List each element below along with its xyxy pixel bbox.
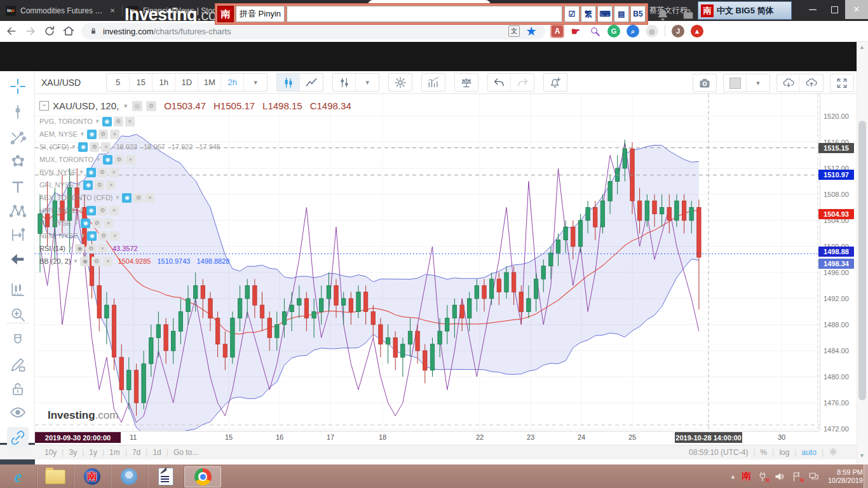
legend-eye-icon[interactable]: ◎ <box>132 101 142 111</box>
bookmark-star-icon[interactable]: ★ <box>525 25 538 37</box>
remove-icon[interactable]: × <box>110 130 119 139</box>
fullscreen-icon[interactable] <box>831 74 853 92</box>
compare-caret-icon[interactable]: ▼ <box>356 74 379 91</box>
bar-ruler-icon[interactable] <box>9 281 27 299</box>
taskbar-file-explorer[interactable] <box>37 466 74 487</box>
gear-icon[interactable]: ⚙ <box>92 257 101 266</box>
indicators-icon[interactable] <box>422 74 445 91</box>
hide-eye-icon[interactable] <box>9 403 27 421</box>
timeframe-1M[interactable]: 1M <box>198 74 221 91</box>
gear-icon[interactable]: ⚙ <box>86 244 96 254</box>
magnet-icon[interactable] <box>9 332 27 349</box>
portfolio-icon[interactable] <box>681 8 695 22</box>
timeframe-1D[interactable]: 1D <box>175 74 198 91</box>
back-icon[interactable] <box>5 25 18 37</box>
taskbar-openoffice[interactable] <box>147 466 184 487</box>
taskbar-chrome-active[interactable] <box>184 466 221 487</box>
blue-search-icon[interactable]: ⌕ <box>627 25 639 37</box>
remove-icon[interactable]: × <box>106 180 116 190</box>
legend-row-caret-icon[interactable]: ▼ <box>115 194 121 201</box>
trendline-icon[interactable] <box>9 103 27 121</box>
gear-icon[interactable]: ⚙ <box>114 155 124 165</box>
xabcd-pattern-icon[interactable] <box>9 202 27 220</box>
gear-icon[interactable]: ⚙ <box>95 180 104 190</box>
legend-row-caret-icon[interactable]: ▼ <box>79 207 85 214</box>
remove-icon[interactable]: × <box>104 219 113 228</box>
timeframe-caret-icon[interactable]: ▼ <box>244 74 267 91</box>
gear-icon[interactable]: ⚙ <box>98 130 108 139</box>
scroll-down-icon[interactable]: ▼ <box>859 452 865 459</box>
gear-icon[interactable]: ⚙ <box>90 142 99 152</box>
pinyin-input[interactable] <box>287 6 562 22</box>
crosshair-icon[interactable] <box>9 78 27 95</box>
taskbar-clock[interactable]: 8:59 PM 10/28/2019 <box>828 468 863 485</box>
legend-row-caret-icon[interactable]: ▼ <box>76 182 81 188</box>
legend-row-caret-icon[interactable]: ▼ <box>67 245 73 252</box>
legend-caret-icon[interactable]: ▼ <box>123 103 128 109</box>
legend-gear-icon[interactable]: ⚙ <box>146 101 156 111</box>
compare-icon[interactable] <box>333 74 356 91</box>
legend-row-caret-icon[interactable]: ▼ <box>80 233 86 239</box>
text-tool-icon[interactable] <box>9 178 27 196</box>
njstar-tray-icon[interactable]: 南 <box>742 470 751 482</box>
taskbar-chromium[interactable] <box>111 466 147 487</box>
home-icon[interactable] <box>62 25 75 37</box>
ime-button-3[interactable]: ▤ <box>614 6 629 22</box>
timeframe-1h[interactable]: 1h <box>153 74 175 91</box>
gear-icon[interactable]: ⚙ <box>98 206 107 215</box>
remove-icon[interactable]: × <box>109 206 119 215</box>
eye-icon[interactable]: ◉ <box>87 231 97 241</box>
symbol-label[interactable]: XAU/USD <box>41 78 81 88</box>
range-1y[interactable]: 1y <box>89 448 97 457</box>
grammarly-icon[interactable]: G <box>607 25 620 37</box>
eye-icon[interactable]: ◉ <box>78 142 88 152</box>
timeframe-2h[interactable]: 2h <box>221 74 244 91</box>
timeframe-15[interactable]: 15 <box>130 74 153 91</box>
eye-icon[interactable]: ◉ <box>122 193 132 203</box>
camera-icon[interactable] <box>693 74 716 92</box>
range-3y[interactable]: 3y <box>69 448 77 457</box>
eye-icon[interactable]: ◉ <box>102 117 112 126</box>
network-icon[interactable] <box>808 471 820 482</box>
line-chart-icon[interactable] <box>300 74 323 91</box>
eye-icon[interactable]: ◉ <box>81 219 90 228</box>
scrollbar-thumb[interactable] <box>858 121 866 400</box>
volume-icon[interactable] <box>774 471 785 482</box>
pinyin-ime-bar[interactable]: 南 拼音 Pinyin ☑繁⌨▤B5 <box>215 3 648 25</box>
remove-icon[interactable]: × <box>109 168 119 177</box>
link-icon[interactable] <box>7 427 29 449</box>
remove-icon[interactable]: × <box>103 257 112 266</box>
zoom-in-icon[interactable] <box>9 306 27 323</box>
ime-language-badge[interactable]: 南 中文 BIG5 简体 <box>698 1 792 20</box>
remove-icon[interactable]: × <box>101 142 111 152</box>
range-7d[interactable]: 7d <box>132 448 140 457</box>
legend-row-caret-icon[interactable]: ▼ <box>73 220 79 226</box>
investing-logo[interactable]: Investing.com <box>125 5 229 25</box>
bell-icon[interactable] <box>656 8 670 22</box>
scale-%[interactable]: % <box>761 448 768 457</box>
shapes-icon[interactable] <box>9 153 27 171</box>
translate-icon[interactable]: 文 <box>508 25 520 37</box>
eye-icon[interactable]: ◉ <box>83 180 93 190</box>
https-lock-icon[interactable] <box>89 27 98 36</box>
gear-icon[interactable]: ⚙ <box>98 168 107 177</box>
pdf-extension-icon[interactable]: A <box>552 25 563 37</box>
gear-icon[interactable] <box>389 74 412 91</box>
url-field[interactable]: investing.com/charts/futures-charts 文 ★ <box>81 23 545 39</box>
taskbar-internet-explorer[interactable]: e <box>0 466 37 487</box>
ime-button-1[interactable]: 繁 <box>581 6 596 22</box>
power-plug-error-icon[interactable] <box>757 471 768 482</box>
purple-search-icon[interactable] <box>588 25 601 37</box>
legend-row-caret-icon[interactable]: ▼ <box>95 156 101 163</box>
browser-tab-0[interactable]: InvCommodities Futures Pri× <box>0 0 123 21</box>
cloud-upload-icon[interactable] <box>800 74 823 92</box>
range-10y[interactable]: 10y <box>44 448 57 457</box>
remove-icon[interactable]: × <box>110 231 119 241</box>
background-swatch-icon[interactable] <box>724 74 747 92</box>
range-1m[interactable]: 1m <box>109 448 120 457</box>
redo-icon[interactable] <box>511 74 534 91</box>
eye-icon[interactable]: ◉ <box>86 206 96 215</box>
forward-icon[interactable] <box>24 25 37 37</box>
eye-icon[interactable]: ◉ <box>87 130 97 139</box>
globe-extension-icon[interactable]: ◍ <box>646 25 658 37</box>
